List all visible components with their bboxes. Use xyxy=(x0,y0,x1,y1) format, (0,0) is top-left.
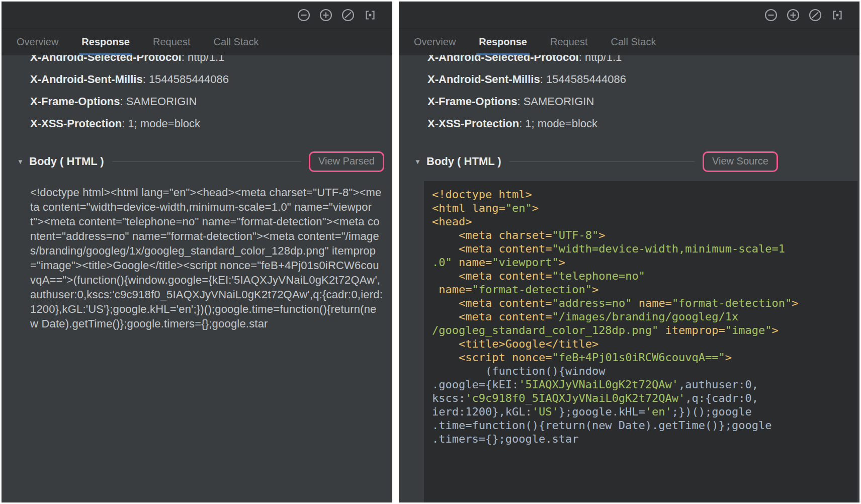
zoom-in-icon[interactable] xyxy=(319,8,333,22)
profiler-toolbar xyxy=(399,2,859,29)
response-header-row: X-Frame-Options: SAMEORIGIN xyxy=(427,91,851,113)
code-line: <meta content="width=device-width,minimu… xyxy=(432,242,853,256)
zoom-out-icon[interactable] xyxy=(297,8,311,22)
code-line: <head> xyxy=(432,215,853,228)
code-line: ierd:1200},kGL:'US'};google.kHL='en';})(… xyxy=(432,405,853,418)
reset-zoom-icon[interactable] xyxy=(341,8,355,22)
code-line: .0" name="viewport"> xyxy=(432,256,853,269)
tab-overview[interactable]: Overview xyxy=(414,29,467,55)
code-line: <meta content="telephone=no" xyxy=(432,269,853,283)
zoom-out-icon[interactable] xyxy=(764,8,778,22)
header-key: X-Android-Sent-Millis xyxy=(427,73,540,86)
header-key: X-Frame-Options xyxy=(427,95,517,108)
tab-bar: OverviewResponseRequestCall Stack xyxy=(2,29,392,55)
code-line: .timers={};google.star xyxy=(432,432,853,446)
response-header-row: X-Android-Sent-Millis: 1544585444086 xyxy=(30,68,384,91)
header-key: X-Android-Selected-Protocol xyxy=(30,55,182,64)
zoom-in-icon[interactable] xyxy=(786,8,800,22)
network-inspector-split-view: OverviewResponseRequestCall Stack X-Andr… xyxy=(0,0,861,504)
zoom-to-selection-icon[interactable] xyxy=(830,8,844,22)
code-line: (function(){window xyxy=(432,364,853,378)
header-value: : SAMEORIGIN xyxy=(517,95,594,108)
view-parsed-button[interactable]: View Parsed xyxy=(309,151,384,172)
tab-request[interactable]: Request xyxy=(141,29,202,55)
view-source-button[interactable]: View Source xyxy=(703,151,778,172)
response-headers-list: X-Android-Selected-Protocol: http/1.1X-A… xyxy=(30,55,384,135)
response-header-row: X-XSS-Protection: 1; mode=block xyxy=(427,113,851,135)
tab-request[interactable]: Request xyxy=(539,29,599,55)
code-line: /googleg_standard_color_128dp.png" itemp… xyxy=(432,323,853,337)
response-header-row: X-Android-Selected-Protocol: http/1.1 xyxy=(427,55,851,68)
code-line: <script nonce="feB+4Pj01s0iRCW6couvqA=="… xyxy=(432,351,853,364)
body-section-title: Body ( HTML ) xyxy=(426,155,501,168)
tab-call-stack[interactable]: Call Stack xyxy=(599,29,667,55)
header-key: X-Frame-Options xyxy=(30,95,120,108)
tab-overview[interactable]: Overview xyxy=(17,29,70,55)
code-line: kscs:'c9c918f0_5IAQXJyVNaiL0gK2t72QAw',q… xyxy=(432,391,853,405)
response-panel-source: OverviewResponseRequestCall Stack X-Andr… xyxy=(399,2,859,502)
code-line: <title>Google</title> xyxy=(432,337,853,351)
code-line: <meta content="/images/branding/googleg/… xyxy=(432,310,853,323)
response-content: X-Android-Selected-Protocol: http/1.1X-A… xyxy=(2,55,392,502)
header-value: : http/1.1 xyxy=(182,55,225,64)
reset-zoom-icon[interactable] xyxy=(808,8,822,22)
collapse-triangle-icon[interactable]: ▼ xyxy=(17,158,29,165)
response-header-row: X-Android-Selected-Protocol: http/1.1 xyxy=(30,55,384,68)
body-section-title: Body ( HTML ) xyxy=(29,155,104,168)
code-line: .google={kEI:'5IAQXJyVNaiL0gK2t72QAw',au… xyxy=(432,378,853,391)
tab-response[interactable]: Response xyxy=(70,29,141,55)
response-panel-parsed: OverviewResponseRequestCall Stack X-Andr… xyxy=(2,2,392,502)
response-headers-list: X-Android-Selected-Protocol: http/1.1X-A… xyxy=(427,55,851,135)
code-line: <meta content="address=no" name="format-… xyxy=(432,296,853,310)
response-content: X-Android-Selected-Protocol: http/1.1X-A… xyxy=(399,55,859,502)
code-line: .time=function(){return(new Date).getTim… xyxy=(432,418,853,432)
header-key: X-Android-Sent-Millis xyxy=(30,73,143,86)
header-value: : http/1.1 xyxy=(579,55,622,64)
header-key: X-Android-Selected-Protocol xyxy=(427,55,579,64)
header-value: : SAMEORIGIN xyxy=(120,95,197,108)
response-header-row: X-Android-Sent-Millis: 1544585444086 xyxy=(427,68,851,91)
zoom-to-selection-icon[interactable] xyxy=(363,8,377,22)
response-header-row: X-Frame-Options: SAMEORIGIN xyxy=(30,91,384,113)
code-line: name="format-detection"> xyxy=(432,283,853,296)
tab-bar: OverviewResponseRequestCall Stack xyxy=(399,29,859,55)
divider-line xyxy=(112,161,301,162)
code-line: <!doctype html> xyxy=(432,188,853,201)
collapse-triangle-icon[interactable]: ▼ xyxy=(414,158,426,165)
divider-line xyxy=(509,161,695,162)
header-value: : 1; mode=block xyxy=(122,117,200,130)
tab-response[interactable]: Response xyxy=(467,29,539,55)
header-value: : 1544585444086 xyxy=(143,73,229,86)
response-body-parsed-text: <!doctype html><html lang="en"><head><me… xyxy=(30,185,384,331)
profiler-toolbar xyxy=(2,2,392,29)
header-value: : 1; mode=block xyxy=(519,117,597,130)
code-line: <meta charset="UTF-8"> xyxy=(432,228,853,242)
code-line: <html lang="en"> xyxy=(432,201,853,215)
body-section-header: ▼ Body ( HTML ) View Parsed xyxy=(30,150,384,173)
header-value: : 1544585444086 xyxy=(540,73,626,86)
header-key: X-XSS-Protection xyxy=(427,117,519,130)
header-key: X-XSS-Protection xyxy=(30,117,122,130)
response-header-row: X-XSS-Protection: 1; mode=block xyxy=(30,113,384,135)
tab-call-stack[interactable]: Call Stack xyxy=(202,29,270,55)
response-body-source-code: <!doctype html><html lang="en"><head> <m… xyxy=(424,181,857,502)
body-section-header: ▼ Body ( HTML ) View Source xyxy=(427,150,851,173)
